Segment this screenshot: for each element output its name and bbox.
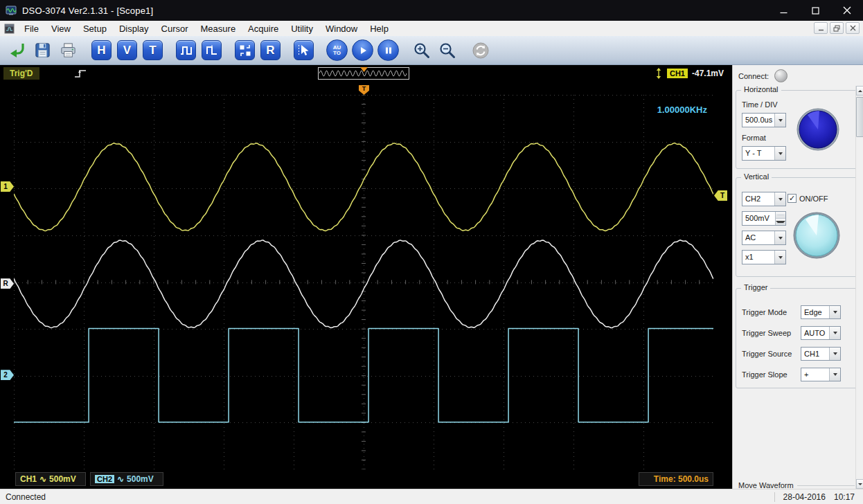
mdi-restore-button[interactable] bbox=[830, 22, 844, 34]
spin-up-icon[interactable] bbox=[776, 212, 785, 219]
menu-cursor[interactable]: Cursor bbox=[155, 22, 195, 35]
mdi-minimize-button[interactable] bbox=[814, 22, 828, 34]
trigger-mode-select[interactable]: Edge bbox=[801, 305, 841, 319]
refresh-button[interactable] bbox=[468, 37, 493, 63]
trigger-level-readout: -47.1mV bbox=[692, 69, 724, 78]
autoset-button[interactable]: AU TO bbox=[324, 37, 350, 63]
divider bbox=[797, 485, 855, 486]
divider bbox=[774, 492, 775, 502]
trigger-source-label: Trigger Source bbox=[742, 350, 792, 358]
chevron-down-icon bbox=[774, 147, 785, 160]
vertical-group: Vertical CH2 ✓ ON/OFF 500mV AC bbox=[736, 177, 857, 277]
trigger-button[interactable]: T bbox=[140, 37, 166, 63]
cursor-icon bbox=[294, 40, 314, 60]
menu-display[interactable]: Display bbox=[113, 22, 155, 35]
status-time: 10:17 bbox=[834, 492, 855, 502]
time-readout: Time: 500.0us bbox=[639, 472, 713, 486]
pause-icon bbox=[377, 39, 399, 61]
trigger-sweep-select[interactable]: AUTO bbox=[801, 326, 841, 340]
time-div-label: Time / DIV bbox=[742, 100, 778, 109]
volts-div-spinner[interactable]: 500mV bbox=[742, 211, 786, 226]
zoom-in-icon bbox=[413, 42, 431, 60]
vertical-group-title: Vertical bbox=[741, 172, 772, 181]
maximize-icon bbox=[812, 7, 819, 15]
status-date: 28-04-2016 bbox=[783, 492, 826, 502]
coupling-select[interactable]: AC bbox=[742, 231, 786, 245]
print-button[interactable] bbox=[55, 37, 81, 63]
autoset-icon: AU TO bbox=[326, 39, 348, 61]
menu-view[interactable]: View bbox=[45, 22, 77, 35]
scrollbar-thumb[interactable] bbox=[856, 97, 863, 137]
connect-led-indicator bbox=[774, 69, 788, 82]
mdi-restore-icon bbox=[833, 25, 840, 32]
horizontal-setup-icon: H bbox=[91, 40, 112, 60]
self-cal-button[interactable] bbox=[232, 37, 258, 63]
scope-display: Trig'D CH1 -47.1mV bbox=[0, 65, 732, 489]
self-cal-icon bbox=[235, 40, 255, 60]
menu-utility[interactable]: Utility bbox=[285, 22, 319, 35]
ref-position-marker[interactable]: R bbox=[1, 278, 14, 289]
open-button[interactable] bbox=[4, 37, 30, 63]
play-icon bbox=[352, 39, 373, 61]
close-button[interactable] bbox=[831, 0, 863, 21]
zoom-out-button[interactable] bbox=[434, 37, 460, 63]
cursor-button[interactable] bbox=[291, 37, 317, 63]
menu-file[interactable]: File bbox=[18, 22, 45, 35]
horizontal-knob[interactable] bbox=[796, 107, 840, 154]
maximize-button[interactable] bbox=[799, 0, 831, 21]
zoom-out-icon bbox=[438, 42, 456, 60]
waveform-preview[interactable] bbox=[318, 67, 409, 80]
vertical-knob[interactable] bbox=[792, 211, 841, 262]
mdi-minimize-icon bbox=[818, 25, 824, 31]
time-div-select[interactable]: 500.0us bbox=[742, 113, 786, 127]
menu-window[interactable]: Window bbox=[319, 22, 364, 35]
ch1-readout: CH1 ∿ 500mV bbox=[15, 472, 86, 486]
pause-button[interactable] bbox=[375, 37, 401, 63]
ch1-position-marker[interactable]: 1 bbox=[1, 181, 14, 192]
trigger-slope-select[interactable]: + bbox=[801, 368, 841, 381]
mdi-close-button[interactable] bbox=[846, 22, 860, 34]
waveform-a-button[interactable] bbox=[173, 37, 199, 63]
channel-onoff-checkbox[interactable]: ✓ ON/OFF bbox=[788, 194, 828, 203]
trigger-slope-label: Trigger Slope bbox=[742, 370, 788, 379]
run-button[interactable] bbox=[350, 37, 375, 63]
ch2-position-marker[interactable]: 2 bbox=[1, 370, 14, 380]
trigger-level-marker[interactable]: T bbox=[714, 190, 727, 201]
ch1-coupling-icon: ∿ bbox=[39, 474, 46, 484]
horizontal-group-title: Horizontal bbox=[741, 85, 781, 93]
waveform-b-button[interactable] bbox=[199, 37, 224, 63]
horizontal-group: Horizontal Time / DIV 500.0us Format Y -… bbox=[736, 90, 857, 169]
mdi-child-icon bbox=[4, 24, 15, 34]
scroll-down-button[interactable] bbox=[856, 479, 863, 489]
format-select[interactable]: Y - T bbox=[742, 146, 786, 161]
minimize-button[interactable] bbox=[767, 0, 799, 21]
chevron-down-icon bbox=[774, 251, 785, 264]
menu-measure[interactable]: Measure bbox=[195, 22, 242, 35]
minimize-icon bbox=[780, 7, 788, 15]
vertical-button[interactable]: V bbox=[114, 37, 140, 63]
open-icon bbox=[8, 42, 26, 60]
menu-acquire[interactable]: Acquire bbox=[242, 22, 285, 35]
vertical-channel-select[interactable]: CH2 bbox=[742, 192, 786, 206]
chevron-down-icon bbox=[774, 192, 785, 206]
format-label: Format bbox=[742, 134, 766, 142]
save-button[interactable] bbox=[30, 37, 55, 63]
horizontal-button[interactable]: H bbox=[89, 37, 114, 63]
menu-setup[interactable]: Setup bbox=[77, 22, 113, 35]
scroll-up-button[interactable] bbox=[856, 86, 863, 96]
panel-scrollbar[interactable] bbox=[855, 86, 863, 489]
trigger-channel-badge: CH1 bbox=[667, 69, 688, 78]
chevron-down-icon bbox=[829, 327, 840, 339]
spin-down-icon[interactable] bbox=[776, 219, 785, 225]
print-icon bbox=[60, 42, 77, 59]
probe-select[interactable]: x1 bbox=[742, 250, 786, 264]
reference-button[interactable]: R bbox=[258, 37, 283, 63]
zoom-in-button[interactable] bbox=[409, 37, 434, 63]
menu-help[interactable]: Help bbox=[364, 22, 395, 35]
trigger-strip: Trig'D CH1 -47.1mV bbox=[0, 65, 732, 82]
trigger-edge-icon bbox=[73, 67, 89, 80]
mdi-window-controls bbox=[814, 22, 860, 34]
trigger-source-select[interactable]: CH1 bbox=[801, 347, 841, 361]
trigger-position-marker[interactable]: T bbox=[359, 85, 369, 95]
toolbar: H V T R bbox=[0, 36, 863, 65]
